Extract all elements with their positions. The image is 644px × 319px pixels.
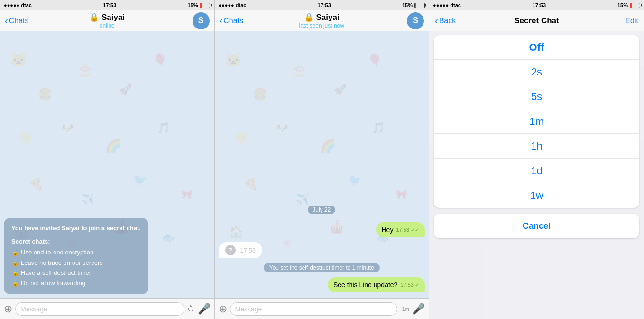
picker-item-5s[interactable]: 5s <box>434 84 639 109</box>
picker-item-1h[interactable]: 1h <box>434 134 639 159</box>
chat-background-1: 🐱 🍔 🎂 🚀 🎈 🌟 🐶 🌈 🎵 🍕 ✈️ 🐦 🎀 🏠 🌸 🎪 🐟 You h… <box>0 31 214 298</box>
back-button-2[interactable]: ‹ Chats <box>220 15 243 26</box>
feature-3: 🔒 Have a self-destruct timer <box>11 268 141 278</box>
attach-icon-2[interactable]: ⊕ <box>219 303 227 315</box>
chevron-icon-2: ‹ <box>220 15 223 26</box>
picker-overlay: Off 2s 5s 1m 1h 1d 1w Cancel <box>429 31 644 319</box>
battery-pct-3: 15% <box>617 2 628 8</box>
bubble-line: See this Line update? 17:53 ✓ <box>328 277 425 292</box>
secret-chats-title: Secret chats: <box>11 237 141 246</box>
msg-hey-text: Hey <box>382 226 394 234</box>
feature-1: 🔒 Use end-to-end encryption <box>11 248 141 257</box>
settings-nav: ‹ Back Secret Chat Edit <box>429 10 644 31</box>
lock-icon-3: 🔒 <box>11 268 19 278</box>
check-icon-2: ✓ <box>415 282 419 288</box>
timer-time: 17:53 <box>240 247 256 254</box>
battery-area-2: 15% <box>402 2 425 8</box>
timer-bubble: ? 17:53 <box>219 242 263 258</box>
attach-icon-1[interactable]: ⊕ <box>4 303 12 315</box>
settings-chevron-icon: ‹ <box>435 15 438 26</box>
msg-line: See this Line update? 17:53 ✓ <box>219 277 425 292</box>
system-message: You set the self-destruct timer to 1 min… <box>264 263 380 272</box>
time-1: 17:53 <box>103 2 116 8</box>
invite-bubble: You have invited Saiyai to join a secret… <box>4 218 148 294</box>
feature-2: 🔒 Leave no trace on our servers <box>11 258 141 268</box>
status-bar-1: ●●●●● dtac 17:53 15% <box>0 0 214 10</box>
signal-1: ●●●●● dtac <box>4 2 32 8</box>
time-2: 17:53 <box>318 2 331 8</box>
msg-hey: Hey 17:53 ✓✓ <box>219 222 425 237</box>
timer-icon-1[interactable]: ⏱ <box>187 305 195 313</box>
back-label-1[interactable]: Chats <box>9 17 29 25</box>
lock-icon-4: 🔒 <box>11 279 19 288</box>
chat-background-2: 🐱 🍔 🎂 🚀 🎈 🌟 🐶 🌈 🎵 🍕 ✈️ 🐦 🎀 🏠 🌸 🎪 🐟 July … <box>215 31 429 298</box>
picker-item-1d[interactable]: 1d <box>434 159 639 183</box>
time-3: 17:53 <box>533 2 546 8</box>
picker-cancel-button[interactable]: Cancel <box>434 214 639 238</box>
question-mark-icon: ? <box>225 245 236 255</box>
settings-nav-center: Secret Chat <box>514 16 559 26</box>
nav-center-1: 🔒 Saiyai online <box>89 12 125 29</box>
msg-line-text: See this Line update? <box>333 281 397 289</box>
message-placeholder-2: Message <box>235 305 262 313</box>
date-separator: July 22 <box>219 201 425 217</box>
nav-title-2: 🔒 Saiyai <box>299 12 344 22</box>
nav-center-2: 🔒 Saiyai last seen just now <box>299 12 344 29</box>
battery-icon-2 <box>414 3 425 8</box>
input-bar-1: ⊕ Message ⏱ 🎤 <box>0 298 214 319</box>
system-msg-row: You set the self-destruct timer to 1 min… <box>219 263 425 272</box>
nav-bar-2: ‹ Chats 🔒 Saiyai last seen just now S <box>215 10 429 31</box>
invite-title: You have invited Saiyai to join a secret… <box>11 224 141 233</box>
feature-4: 🔒 Do not allow forwarding <box>11 279 141 288</box>
settings-back-label[interactable]: Back <box>439 17 456 25</box>
lock-icon-1: 🔒 <box>11 248 19 257</box>
picker-item-2s[interactable]: 2s <box>434 60 639 84</box>
avatar-1[interactable]: S <box>193 12 210 29</box>
mic-icon-1[interactable]: 🎤 <box>198 303 211 315</box>
mic-icon-2[interactable]: 🎤 <box>412 303 425 315</box>
messages-area-2: July 22 Hey 17:53 ✓✓ ? 17:53 <box>215 31 429 298</box>
settings-back-button[interactable]: ‹ Back <box>435 15 456 26</box>
msg-hey-meta: 17:53 ✓✓ <box>396 227 419 233</box>
date-label: July 22 <box>308 205 335 214</box>
status-bar-3: ●●●●● dtac 17:53 15% <box>429 0 644 10</box>
nav-subtitle-1: online <box>89 22 125 29</box>
signal-2: ●●●●● dtac <box>219 2 247 8</box>
panel-3-secret-chat: ●●●●● dtac 17:53 15% ‹ Back Secret Chat … <box>429 0 644 319</box>
settings-title: Secret Chat <box>514 16 559 26</box>
nav-subtitle-2: last seen just now <box>299 22 344 29</box>
battery-icon-3 <box>630 3 640 8</box>
battery-pct-1: 15% <box>187 2 198 8</box>
battery-pct-2: 15% <box>402 2 413 8</box>
picker-item-1w[interactable]: 1w <box>434 183 639 208</box>
back-label-2[interactable]: Chats <box>223 17 243 25</box>
message-input-2[interactable]: Message <box>230 302 397 316</box>
edit-button[interactable]: Edit <box>625 17 638 25</box>
nav-bar-1: ‹ Chats 🔒 Saiyai online S <box>0 10 214 31</box>
panel-1-chat-invite: ●●●●● dtac 17:53 15% ‹ Chats 🔒 Saiyai on… <box>0 0 214 319</box>
battery-area-1: 15% <box>187 2 210 8</box>
picker-item-1m[interactable]: 1m <box>434 109 639 134</box>
chevron-icon-1: ‹ <box>5 15 8 26</box>
bubble-hey: Hey 17:53 ✓✓ <box>376 222 425 237</box>
msg-line-meta: 17:53 ✓ <box>400 282 419 288</box>
timer-badge: 1m <box>402 306 409 312</box>
msg-timer: ? 17:53 <box>219 242 425 258</box>
lock-icon-2: 🔒 <box>11 258 19 268</box>
input-bar-2: ⊕ Message 1m 🎤 <box>215 298 429 319</box>
battery-fill-3 <box>630 3 632 8</box>
battery-icon-1 <box>200 3 210 8</box>
message-input-1[interactable]: Message <box>15 302 184 316</box>
picker-list: Off 2s 5s 1m 1h 1d 1w <box>434 35 639 208</box>
back-button-1[interactable]: ‹ Chats <box>5 15 28 26</box>
battery-fill-1 <box>200 3 202 8</box>
battery-area-3: 15% <box>617 2 640 8</box>
avatar-2[interactable]: S <box>407 12 424 29</box>
battery-fill-2 <box>415 3 416 8</box>
nav-title-1: 🔒 Saiyai <box>89 12 125 22</box>
check-icon: ✓✓ <box>411 227 419 233</box>
message-placeholder-1: Message <box>20 305 47 313</box>
picker-item-off[interactable]: Off <box>434 35 639 60</box>
messages-area-1: You have invited Saiyai to join a secret… <box>0 31 214 298</box>
status-bar-2: ●●●●● dtac 17:53 15% <box>215 0 429 10</box>
